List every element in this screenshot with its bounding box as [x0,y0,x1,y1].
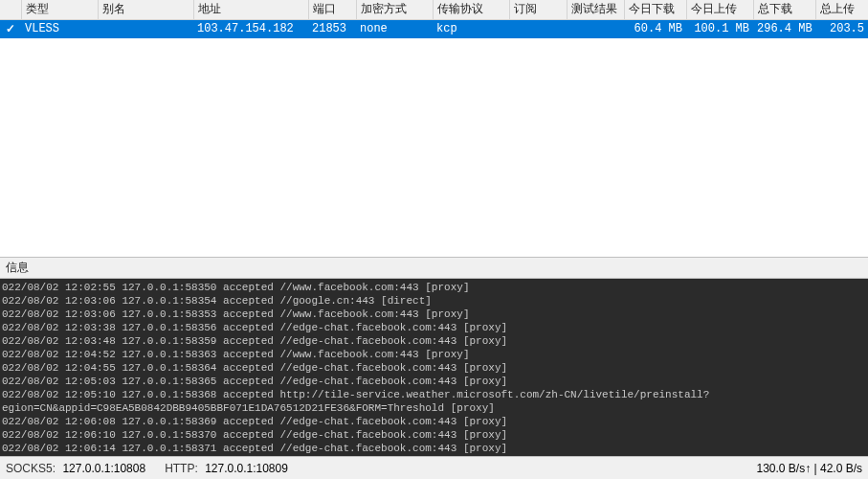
cell-encryption: none [356,19,433,38]
status-socks: SOCKS5: 127.0.0.1:10808 [6,462,145,475]
app-root: 类型 别名 地址 端口 加密方式 传输协议 订阅 测试结果 今日下载 今日上传 … [0,0,868,479]
cell-port: 21853 [308,19,356,38]
col-today-up[interactable]: 今日上传 [686,0,753,19]
col-total-up[interactable]: 总上传 [815,0,868,19]
cell-total-up: 203.5 [815,19,868,38]
status-http: HTTP: 127.0.0.1:10809 [165,462,288,475]
server-table-area: 类型 别名 地址 端口 加密方式 传输协议 订阅 测试结果 今日下载 今日上传 … [0,0,868,257]
status-bar: SOCKS5: 127.0.0.1:10808 HTTP: 127.0.0.1:… [0,456,868,479]
status-socks-label: SOCKS5: [6,462,56,475]
cell-active[interactable]: ✓ [0,19,21,38]
server-row[interactable]: ✓ VLESS 103.47.154.182 21853 none kcp 60… [0,19,868,38]
check-icon: ✓ [6,22,15,35]
info-panel-header: 信息 [0,257,868,279]
col-alias[interactable]: 别名 [98,0,193,19]
col-address[interactable]: 地址 [193,0,308,19]
col-today-down[interactable]: 今日下载 [624,0,686,19]
server-table[interactable]: 类型 别名 地址 端口 加密方式 传输协议 订阅 测试结果 今日下载 今日上传 … [0,0,868,257]
cell-test-result [567,19,624,38]
cell-alias [98,19,193,38]
status-socks-value: 127.0.0.1:10808 [62,462,145,475]
col-total-down[interactable]: 总下载 [753,0,815,19]
col-active[interactable] [0,0,21,19]
col-encryption[interactable]: 加密方式 [356,0,433,19]
cell-subscription [509,19,567,38]
col-test-result[interactable]: 测试结果 [567,0,624,19]
col-type[interactable]: 类型 [21,0,98,19]
col-port[interactable]: 端口 [308,0,356,19]
cell-address: 103.47.154.182 [193,19,308,38]
cell-total-down: 296.4 MB [753,19,815,38]
status-http-label: HTTP: [165,462,198,475]
cell-type: VLESS [21,19,98,38]
col-transport[interactable]: 传输协议 [433,0,509,19]
cell-today-down: 60.4 MB [624,19,686,38]
cell-today-up: 100.1 MB [686,19,753,38]
col-subscription[interactable]: 订阅 [509,0,567,19]
status-http-value: 127.0.0.1:10809 [205,462,288,475]
table-header-row: 类型 别名 地址 端口 加密方式 传输协议 订阅 测试结果 今日下载 今日上传 … [0,0,868,19]
table-empty-area [0,38,868,257]
status-speed: 130.0 B/s↑ | 42.0 B/s [756,462,862,475]
log-output[interactable]: 022/08/02 12:02:55 127.0.0.1:58350 accep… [0,279,868,456]
cell-transport: kcp [433,19,509,38]
